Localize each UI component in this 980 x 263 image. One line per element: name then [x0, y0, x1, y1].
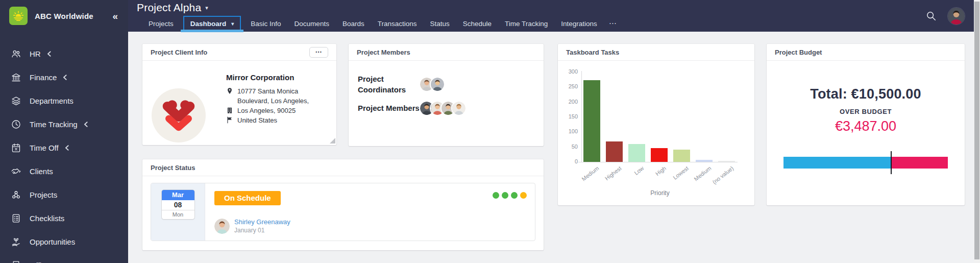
bar-high[interactable] — [651, 148, 668, 162]
org-name: ABC Worldwide — [35, 12, 93, 20]
sidebar-item-label: Time Tracking — [30, 120, 78, 129]
building-small-icon — [226, 107, 234, 114]
sidebar-item-projects[interactable]: Projects — [0, 183, 128, 206]
x-tick: Medium — [583, 163, 600, 185]
tab-label: Documents — [295, 20, 329, 28]
x-tick: Low — [628, 163, 645, 185]
handshake-icon — [10, 165, 21, 177]
tab-integrations[interactable]: Integrations — [554, 15, 604, 32]
tab-status[interactable]: Status — [423, 15, 456, 32]
status-badge: On Schedule — [214, 191, 281, 205]
sidebar-item-time-tracking[interactable]: Time Tracking — [0, 112, 128, 136]
client-info-block: Mirror Corporation 10777 Santa Monica Bo… — [226, 73, 309, 125]
page-title-row[interactable]: Project Alpha ▾ — [137, 2, 208, 14]
tab-time-tracking[interactable]: Time Tracking — [498, 15, 554, 32]
tab-transactions[interactable]: Transactions — [371, 15, 424, 32]
card-title: Project Members — [357, 49, 410, 56]
sidebar-item-hr[interactable]: HR — [0, 42, 128, 65]
y-tick-label: 0 — [560, 158, 578, 164]
card-title: Project Budget — [775, 49, 822, 56]
bar-lowest[interactable] — [673, 150, 690, 162]
dashboard-content: Project Client Info ⋯ Mirror Corporation — [128, 32, 974, 263]
card-project-client-info: Project Client Info ⋯ Mirror Corporation — [142, 44, 336, 145]
address-line-1: 10777 Santa Monica — [237, 86, 309, 96]
y-tick-label: 300 — [560, 68, 578, 75]
tab-label: Integrations — [561, 20, 597, 28]
tab-boards[interactable]: Boards — [336, 15, 371, 32]
bar-series — [583, 72, 737, 162]
more-options-button[interactable]: ⋯ — [309, 47, 328, 58]
y-tick-label: 150 — [560, 113, 578, 119]
member-group-label: Project Members — [358, 103, 420, 113]
status-health-dots — [493, 192, 527, 199]
title-dropdown-caret-icon[interactable]: ▾ — [205, 5, 208, 11]
org-logo-icon — [9, 7, 28, 25]
card-project-members: Project Members Project CoordinatorsProj… — [349, 44, 544, 146]
y-tick-label: 250 — [560, 83, 578, 89]
clock-icon — [10, 118, 21, 130]
x-tick: (no value) — [718, 163, 735, 185]
tab-schedule[interactable]: Schedule — [456, 15, 498, 32]
bar-medium[interactable] — [696, 160, 713, 162]
bank-icon — [10, 71, 21, 83]
status-dot-yellow — [520, 192, 527, 199]
layers-icon — [10, 95, 21, 106]
sidebar-nav: HRFinanceDepartmentsTime TrackingTime Of… — [0, 32, 128, 263]
sidebar: ABC Worldwide « HRFinanceDepartmentsTime… — [0, 0, 128, 263]
sprout-hand-icon — [10, 236, 21, 247]
x-axis-title: Priority — [583, 189, 737, 197]
x-tick: Lowest — [673, 163, 690, 185]
card-header: Project Members — [349, 44, 544, 61]
search-icon[interactable] — [925, 10, 937, 21]
bar-medium[interactable] — [583, 80, 600, 162]
member-group-row: Project Members — [358, 96, 535, 120]
sidebar-item-opportunities[interactable]: Opportunities — [0, 230, 128, 253]
y-axis-line — [581, 71, 582, 162]
bar-no-value[interactable] — [718, 161, 735, 162]
status-entry-row[interactable]: Mar 08 Mon On Schedule Shirley Greenaway… — [151, 183, 535, 241]
bar-low[interactable] — [628, 144, 645, 162]
tab-basic-info[interactable]: Basic Info — [244, 15, 287, 32]
sidebar-item-checklists[interactable]: Checklists — [0, 206, 128, 230]
client-address: 10777 Santa Monica Boulevard, Los Angele… — [226, 86, 309, 106]
card-project-budget: Project Budget Total: €10,500.00 OVER BU… — [767, 44, 965, 205]
country-line: United States — [237, 115, 277, 125]
topbar-right — [925, 0, 965, 32]
author-avatar[interactable] — [214, 219, 230, 234]
tab-dashboard[interactable]: Dashboard▾ — [183, 16, 241, 31]
sidebar-item-clients[interactable]: Clients — [0, 159, 128, 183]
member-avatar[interactable] — [431, 78, 444, 91]
status-dot-green — [502, 192, 508, 199]
tab-dropdown-caret-icon[interactable]: ▾ — [231, 21, 234, 27]
sidebar-item-time-off[interactable]: Time Off — [0, 136, 128, 159]
scrollbar-thumb[interactable] — [974, 2, 979, 259]
y-tick-label: 200 — [560, 99, 578, 105]
status-date-column: Mar 08 Mon — [151, 183, 205, 241]
tab-projects[interactable]: Projects — [142, 15, 180, 32]
y-tick-label: 50 — [560, 144, 578, 150]
sidebar-collapse-icon[interactable]: « — [112, 11, 118, 21]
avatar-group — [420, 102, 465, 115]
author-name-link[interactable]: Shirley Greenaway — [234, 218, 290, 226]
budget-body: Total: €10,500.00 OVER BUDGET €3,487.00 — [767, 86, 965, 169]
sidebar-item-departments[interactable]: Departments — [0, 89, 128, 112]
calendar-month: Mar — [162, 190, 194, 200]
card-title: Taskboard Tasks — [566, 49, 619, 56]
bar-highest[interactable] — [606, 141, 623, 162]
card-header: Project Budget — [767, 44, 965, 61]
resize-handle[interactable] — [330, 138, 335, 144]
card-header: Taskboard Tasks — [558, 44, 754, 61]
budget-limit-marker — [891, 151, 892, 174]
budget-total: Total: €10,500.00 — [767, 86, 965, 102]
sidebar-item-offices[interactable]: Offices — [0, 253, 128, 263]
tab-label: Time Tracking — [505, 20, 548, 28]
tabs-overflow-icon[interactable]: ⋯ — [604, 15, 622, 32]
chevron-left-icon — [84, 122, 88, 127]
card-header: Project Status — [142, 159, 544, 176]
tab-documents[interactable]: Documents — [288, 15, 336, 32]
sidebar-item-finance[interactable]: Finance — [0, 65, 128, 89]
member-avatar[interactable] — [452, 102, 465, 115]
chevron-left-icon — [65, 145, 69, 151]
user-avatar[interactable] — [948, 8, 965, 25]
budget-bar — [783, 157, 948, 169]
